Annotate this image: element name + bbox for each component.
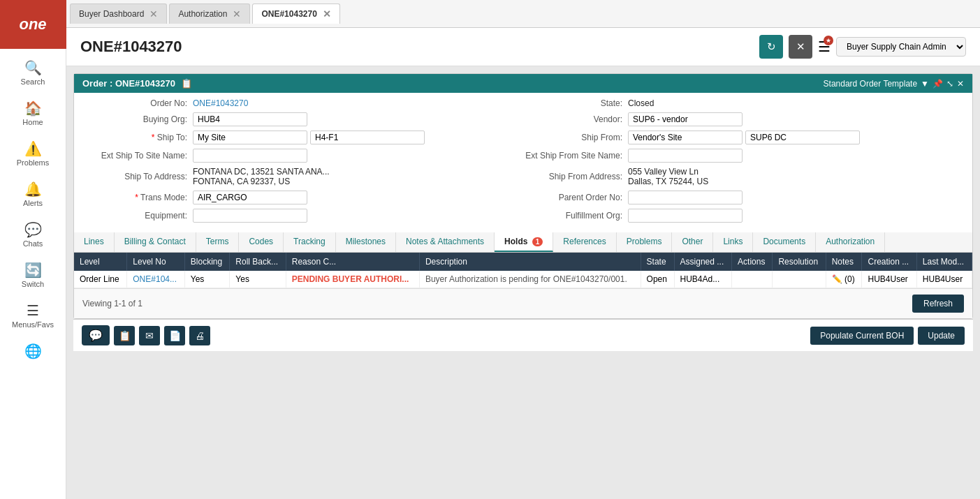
email-icon: ✉ bbox=[145, 330, 154, 341]
field-ship-to: Ship To: bbox=[88, 131, 523, 144]
close-buyer-dashboard[interactable]: ✕ bbox=[149, 8, 158, 20]
refresh-table-button[interactable]: Refresh bbox=[912, 295, 964, 313]
bottom-bar: 💬 📋 ✉ 📄 🖨 Populate Current BOH Update bbox=[73, 319, 973, 351]
table-row[interactable]: Order Line ONE#104... Yes Yes PENDING BU… bbox=[74, 271, 972, 288]
order-header-label: Order : ONE#1043270 bbox=[82, 78, 175, 89]
cell-reason-c: PENDING BUYER AUTHORI... bbox=[286, 271, 419, 288]
tab-tracking[interactable]: Tracking bbox=[284, 232, 336, 252]
input-ship-to-2[interactable] bbox=[310, 131, 425, 144]
sidebar-item-search[interactable]: 🔍 Search bbox=[0, 52, 66, 93]
menu-badge: ★ bbox=[824, 36, 833, 45]
tab-notes[interactable]: Notes & Attachments bbox=[396, 232, 495, 252]
input-buying-org[interactable] bbox=[193, 112, 307, 126]
field-ext-ship-to-site: Ext Ship To Site Name: bbox=[88, 149, 523, 163]
col-reason-c: Reason C... bbox=[286, 253, 419, 271]
clipboard-button[interactable]: 📋 bbox=[114, 326, 135, 345]
close-order[interactable]: ✕ bbox=[323, 8, 331, 20]
close-order-card-icon[interactable]: ✕ bbox=[957, 79, 964, 89]
sidebar-item-menus[interactable]: ☰ Menus/Favs bbox=[0, 295, 66, 336]
tab-other[interactable]: Other bbox=[672, 232, 713, 252]
sidebar-item-alerts[interactable]: 🔔 Alerts bbox=[0, 174, 66, 214]
input-equipment[interactable] bbox=[193, 209, 307, 223]
tab-lines[interactable]: Lines bbox=[74, 232, 115, 252]
template-dropdown-icon[interactable]: ▼ bbox=[921, 79, 929, 89]
bell-icon: 🔔 bbox=[24, 181, 42, 198]
cell-creation: HUB4User bbox=[862, 271, 916, 288]
tab-references[interactable]: References bbox=[553, 232, 616, 252]
menu-icon: ☰ bbox=[27, 302, 39, 319]
viewing-text: Viewing 1-1 of 1 bbox=[82, 299, 142, 308]
update-button[interactable]: Update bbox=[918, 327, 965, 345]
email-button[interactable]: ✉ bbox=[139, 326, 160, 345]
value-order-no: ONE#1043270 bbox=[193, 98, 248, 108]
user-select[interactable]: Buyer Supply Chain Admin bbox=[836, 37, 966, 57]
tab-authorization-section[interactable]: Authorization bbox=[816, 232, 885, 252]
tab-milestones[interactable]: Milestones bbox=[336, 232, 396, 252]
tab-documents[interactable]: Documents bbox=[753, 232, 816, 252]
app-logo[interactable]: one bbox=[0, 0, 66, 49]
cell-description: Buyer Authorization is pending for ONE#1… bbox=[419, 271, 641, 288]
section-tabs: Lines Billing & Contact Terms Codes Trac… bbox=[74, 232, 972, 253]
close-authorization[interactable]: ✕ bbox=[233, 8, 241, 20]
pin-icon[interactable]: 📌 bbox=[933, 79, 943, 89]
input-vendor[interactable] bbox=[628, 112, 743, 126]
tab-order[interactable]: ONE#1043270 ✕ bbox=[252, 3, 339, 24]
expand-icon[interactable]: ⤡ bbox=[946, 79, 953, 89]
input-ship-from-1[interactable] bbox=[628, 131, 743, 144]
tab-links[interactable]: Links bbox=[713, 232, 753, 252]
field-trans-mode: Trans Mode: bbox=[88, 191, 523, 204]
sidebar-item-problems[interactable]: ⚠️ Problems bbox=[0, 133, 66, 174]
populate-boh-button[interactable]: Populate Current BOH bbox=[810, 327, 914, 345]
page-title: ONE#1043270 bbox=[80, 38, 759, 56]
chat-icon: 💬 bbox=[24, 221, 42, 238]
chat-button[interactable]: 💬 bbox=[82, 325, 110, 345]
label-ship-from: Ship From: bbox=[523, 133, 628, 142]
close-button[interactable]: ✕ bbox=[789, 35, 812, 59]
input-ext-ship-to[interactable] bbox=[193, 149, 307, 163]
sidebar: one 🔍 Search 🏠 Home ⚠️ Problems 🔔 Alerts… bbox=[0, 0, 66, 499]
tab-holds[interactable]: Holds 1 bbox=[495, 232, 553, 252]
cell-notes[interactable]: ✏️ (0) bbox=[826, 271, 862, 288]
print-icon: 🖨 bbox=[195, 330, 205, 341]
value-ship-to-address: FONTANA DC, 13521 SANTA ANA...FONTANA, C… bbox=[193, 167, 330, 186]
field-order-no: Order No: ONE#1043270 bbox=[88, 98, 523, 108]
globe-icon: 🌐 bbox=[24, 343, 42, 359]
cell-assigned: HUB4Ad... bbox=[674, 271, 732, 288]
order-card-header: Order : ONE#1043270 📋 Standard Order Tem… bbox=[74, 74, 972, 93]
input-trans-mode[interactable] bbox=[193, 191, 307, 204]
tab-problems-section[interactable]: Problems bbox=[617, 232, 673, 252]
tab-terms[interactable]: Terms bbox=[196, 232, 240, 252]
label-ship-from-address: Ship From Address: bbox=[523, 172, 628, 181]
input-ship-from-2[interactable] bbox=[745, 131, 860, 144]
sidebar-item-switch[interactable]: 🔄 Switch bbox=[0, 255, 66, 295]
input-parent-order[interactable] bbox=[628, 191, 743, 204]
field-fulfillment-org: Fulfillment Org: bbox=[523, 209, 958, 223]
sidebar-item-chats[interactable]: 💬 Chats bbox=[0, 214, 66, 255]
sidebar-item-home[interactable]: 🏠 Home bbox=[0, 93, 66, 133]
cell-blocking: Yes bbox=[184, 271, 230, 288]
tab-billing-contact[interactable]: Billing & Contact bbox=[115, 232, 196, 252]
col-state: State bbox=[641, 253, 674, 271]
print-button[interactable]: 🖨 bbox=[189, 326, 210, 345]
tab-buyer-dashboard[interactable]: Buyer Dashboard ✕ bbox=[70, 3, 167, 24]
cell-level: Order Line bbox=[74, 271, 127, 288]
input-fulfillment-org[interactable] bbox=[628, 209, 743, 223]
label-state: State: bbox=[523, 98, 628, 108]
col-assigned: Assigned ... bbox=[674, 253, 732, 271]
edit-note-icon[interactable]: ✏️ bbox=[832, 274, 842, 284]
order-fields: Order No: ONE#1043270 Buying Org: Ship T… bbox=[74, 93, 972, 232]
input-ext-ship-from[interactable] bbox=[628, 149, 743, 163]
tab-authorization[interactable]: Authorization ✕ bbox=[169, 3, 250, 24]
document-button[interactable]: 📄 bbox=[164, 326, 185, 345]
input-ship-to-1[interactable] bbox=[193, 131, 307, 144]
order-panel: Order : ONE#1043270 📋 Standard Order Tem… bbox=[66, 66, 980, 499]
label-fulfillment-org: Fulfillment Org: bbox=[523, 211, 628, 221]
tab-codes[interactable]: Codes bbox=[239, 232, 284, 252]
col-creation: Creation ... bbox=[862, 253, 916, 271]
menu-button[interactable]: ☰ ★ bbox=[818, 38, 831, 55]
refresh-button[interactable]: ↻ bbox=[759, 35, 783, 59]
col-description: Description bbox=[419, 253, 641, 271]
clipboard-icon: 📋 bbox=[119, 330, 131, 341]
sidebar-item-globe[interactable]: 🌐 bbox=[0, 336, 66, 368]
panel-footer: Viewing 1-1 of 1 Refresh bbox=[74, 288, 972, 318]
